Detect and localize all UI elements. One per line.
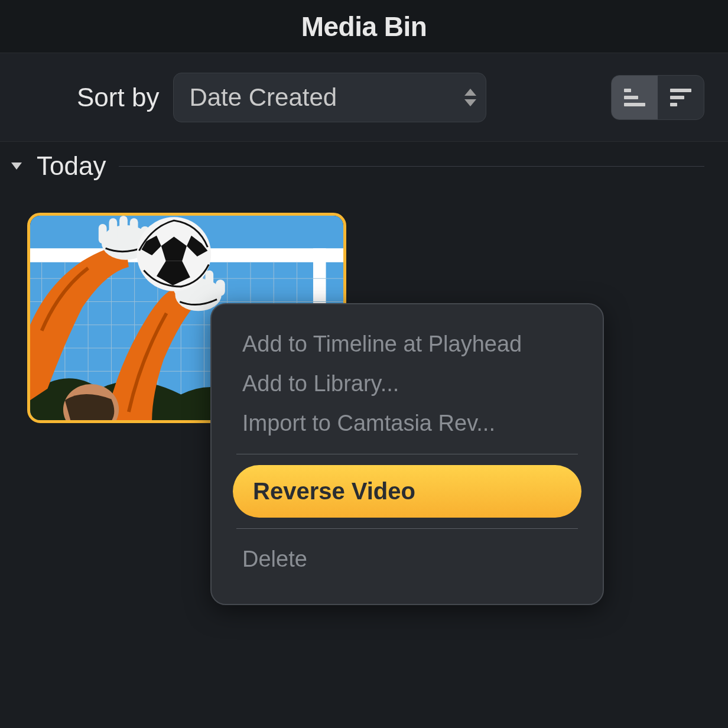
sort-dropdown[interactable]: Date Created	[173, 73, 486, 122]
svg-rect-24	[109, 218, 117, 241]
svg-rect-33	[216, 280, 225, 295]
menu-separator	[236, 528, 578, 529]
menu-item-delete[interactable]: Delete	[236, 540, 578, 579]
stepper-icon	[464, 89, 476, 106]
menu-item-import-rev[interactable]: Import to Camtasia Rev...	[236, 404, 578, 443]
panel-title: Media Bin	[301, 11, 427, 43]
svg-rect-25	[119, 216, 128, 241]
sort-order-toggle	[611, 75, 704, 120]
menu-separator	[236, 454, 578, 454]
sort-ascending-button[interactable]	[612, 76, 658, 119]
menu-item-add-timeline[interactable]: Add to Timeline at Playhead	[236, 324, 578, 364]
svg-rect-32	[205, 271, 213, 294]
section-divider	[119, 166, 704, 167]
svg-rect-26	[130, 218, 138, 241]
sort-descending-button[interactable]	[658, 76, 704, 119]
svg-rect-23	[99, 224, 107, 243]
section-row[interactable]: Today	[0, 142, 728, 190]
sort-bar: Sort by Date Created	[0, 53, 728, 142]
panel-header: Media Bin	[0, 0, 728, 53]
descending-icon	[670, 89, 691, 106]
context-menu: Add to Timeline at Playhead Add to Libra…	[210, 303, 604, 605]
menu-item-add-library[interactable]: Add to Library...	[236, 364, 578, 404]
sort-dropdown-value: Date Created	[189, 83, 337, 112]
ascending-icon	[624, 89, 645, 106]
menu-item-reverse-video[interactable]: Reverse Video	[233, 465, 581, 518]
section-title: Today	[37, 151, 106, 181]
sort-by-label: Sort by	[77, 83, 159, 112]
disclosure-triangle-icon	[9, 162, 24, 170]
